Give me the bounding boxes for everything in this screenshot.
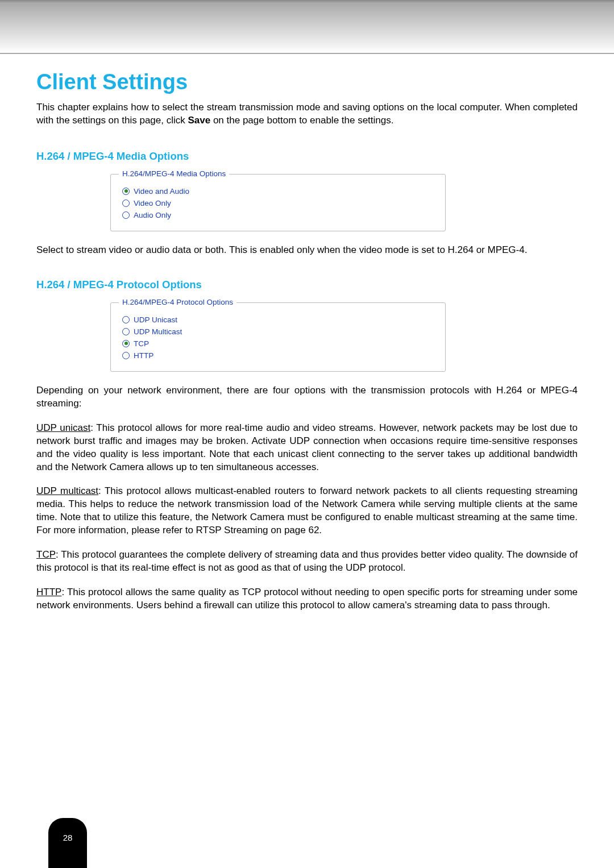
- udp-unicast-body: : This protocol allows for more real-tim…: [36, 422, 578, 472]
- radio-label: Video Only: [134, 199, 171, 207]
- page-number-tab: 28: [48, 818, 87, 868]
- udp-multicast-label: UDP multicast: [36, 485, 98, 496]
- radio-icon: [122, 188, 130, 195]
- protocol-options-legend: H.264/MPEG-4 Protocol Options: [119, 298, 237, 306]
- http-paragraph: HTTP: This protocol allows the same qual…: [36, 586, 578, 612]
- protocol-options-fieldset: H.264/MPEG-4 Protocol Options UDP Unicas…: [110, 302, 446, 372]
- udp-multicast-paragraph: UDP multicast: This protocol allows mult…: [36, 485, 578, 537]
- media-option-audio-only[interactable]: Audio Only: [122, 211, 434, 219]
- radio-label: Audio Only: [134, 211, 171, 219]
- protocol-option-http[interactable]: HTTP: [122, 351, 434, 360]
- udp-unicast-label: UDP unicast: [36, 422, 90, 433]
- radio-icon: [122, 316, 130, 323]
- media-option-video-only[interactable]: Video Only: [122, 199, 434, 207]
- udp-multicast-body: : This protocol allows multicast-enabled…: [36, 485, 578, 535]
- radio-icon: [122, 352, 130, 359]
- media-options-fieldset: H.264/MPEG-4 Media Options Video and Aud…: [110, 174, 446, 231]
- page-number: 28: [63, 833, 73, 842]
- protocol-description: Depending on your network environment, t…: [36, 384, 578, 410]
- radio-label: TCP: [134, 339, 149, 348]
- protocol-option-udp-multicast[interactable]: UDP Multicast: [122, 327, 434, 336]
- tcp-label: TCP: [36, 549, 56, 560]
- media-option-video-audio[interactable]: Video and Audio: [122, 187, 434, 196]
- http-body: : This protocol allows the same quality …: [36, 587, 578, 610]
- radio-label: HTTP: [134, 351, 154, 360]
- radio-label: UDP Multicast: [134, 327, 182, 336]
- intro-bold-save: Save: [188, 115, 210, 126]
- protocol-option-tcp[interactable]: TCP: [122, 339, 434, 348]
- media-options-legend: H.264/MPEG-4 Media Options: [119, 169, 229, 178]
- radio-label: UDP Unicast: [134, 315, 177, 324]
- media-description: Select to stream video or audio data or …: [36, 244, 578, 257]
- intro-text-2: on the page bottom to enable the setting…: [210, 115, 393, 126]
- intro-paragraph: This chapter explains how to select the …: [36, 101, 578, 127]
- protocol-section-title: H.264 / MPEG-4 Protocol Options: [36, 279, 578, 291]
- radio-icon: [122, 200, 130, 207]
- radio-icon: [122, 340, 130, 347]
- page-content: Client Settings This chapter explains ho…: [0, 70, 614, 612]
- page-title: Client Settings: [36, 70, 578, 94]
- radio-icon: [122, 211, 130, 219]
- media-section-title: H.264 / MPEG-4 Media Options: [36, 150, 578, 163]
- radio-icon: [122, 328, 130, 335]
- header-gradient-band: [0, 0, 614, 54]
- tcp-body: : This protocol guarantees the complete …: [36, 549, 578, 573]
- tcp-paragraph: TCP: This protocol guarantees the comple…: [36, 549, 578, 575]
- protocol-option-udp-unicast[interactable]: UDP Unicast: [122, 315, 434, 324]
- http-label: HTTP: [36, 587, 61, 597]
- radio-label: Video and Audio: [134, 187, 189, 196]
- udp-unicast-paragraph: UDP unicast: This protocol allows for mo…: [36, 422, 578, 474]
